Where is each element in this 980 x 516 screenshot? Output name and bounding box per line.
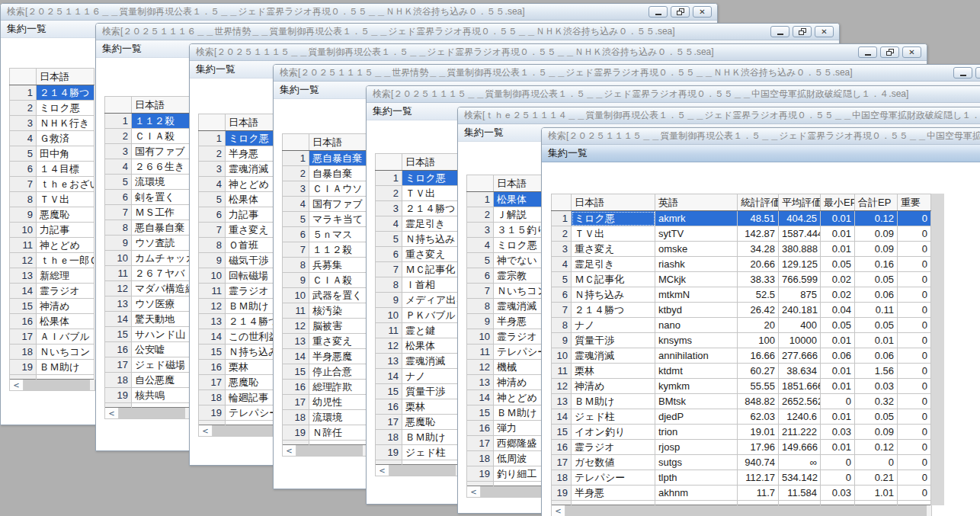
restore-button[interactable] bbox=[880, 46, 899, 58]
table-row[interactable]: 3３１５釣り bbox=[467, 223, 552, 238]
table-row[interactable]: 10回転磁場 bbox=[199, 268, 283, 284]
table-row[interactable]: 19テレパシー bbox=[199, 405, 283, 421]
table-row[interactable]: 18ＢＭ助け bbox=[376, 430, 460, 445]
scrollbar-thumb[interactable] bbox=[119, 408, 185, 418]
table-row[interactable]: 2Ｊ解説 bbox=[467, 207, 552, 223]
restore-button[interactable] bbox=[671, 6, 690, 18]
table-row[interactable]: 1松果体 bbox=[467, 192, 552, 207]
horizontal-scrollbar[interactable]: < bbox=[9, 380, 95, 391]
table-row[interactable]: 8ナノnano204000.050.050 bbox=[552, 318, 931, 333]
table-row[interactable]: 3霊魂消滅 bbox=[199, 162, 283, 177]
table-row[interactable]: 3ＣＩＡウソ bbox=[283, 181, 367, 197]
table-row[interactable]: 5Ｎ持ち込み bbox=[376, 232, 460, 247]
table-row[interactable]: 9ＣＩＡ殺 bbox=[283, 273, 367, 288]
table-row[interactable]: 17幼児性 bbox=[283, 395, 367, 410]
table-row[interactable]: 3重さ変えomske34.28380.8880.010.090 bbox=[552, 242, 931, 257]
table-row[interactable]: 18テレパシーtlpth112.17534.14200.210 bbox=[552, 470, 931, 486]
table-row[interactable]: 19Ｎ辞任 bbox=[283, 425, 367, 441]
close-button[interactable]: ✕ bbox=[693, 6, 712, 18]
table-row[interactable]: 6５ｎマス bbox=[283, 227, 367, 242]
minimize-button[interactable] bbox=[953, 67, 972, 79]
table-row[interactable]: 4霊足引き bbox=[376, 216, 460, 232]
table-row[interactable]: 8Ｉ首相 bbox=[376, 277, 460, 293]
table-row[interactable]: 11栗林ktdmt60.2738.6340.011.560 bbox=[552, 364, 931, 379]
table-row[interactable]: 17ガセ数値sutgs940.74∞000 bbox=[552, 455, 931, 470]
table-row[interactable]: 19核共鳴 bbox=[105, 388, 190, 403]
table-row[interactable]: 15ＢＭ助け bbox=[467, 405, 552, 421]
table-row[interactable]: 13ウソ医療 bbox=[105, 296, 190, 312]
table-row[interactable]: 11テレパシー bbox=[467, 345, 552, 360]
table-row[interactable]: 1ミロク悪akmrk48.51404.250.010.120 bbox=[552, 211, 931, 226]
table-row[interactable]: 9質量干渉knsyms100100000.010.010 bbox=[552, 333, 931, 348]
table-row[interactable]: 15停止合意 bbox=[283, 364, 367, 380]
table-row[interactable]: 13ＢＭ助けBMtsk848.822652.56200.320 bbox=[552, 394, 931, 409]
table-row[interactable]: 5松果体 bbox=[199, 192, 283, 207]
close-button[interactable]: ✕ bbox=[902, 46, 921, 58]
horizontal-scrollbar[interactable]: < bbox=[466, 486, 552, 498]
table-row[interactable]: 14ナノ bbox=[376, 369, 460, 384]
table-row[interactable]: 14この世利益 bbox=[199, 329, 283, 345]
table-row[interactable]: 8霊魂消滅 bbox=[467, 299, 552, 314]
table-row[interactable]: 16総理詐欺 bbox=[283, 380, 367, 395]
table-row[interactable]: 16栗林 bbox=[376, 399, 460, 415]
table-row[interactable]: 7１１２殺 bbox=[283, 242, 367, 258]
table-row[interactable]: 5田中角 bbox=[10, 146, 94, 162]
table-row[interactable]: 10力記事 bbox=[10, 223, 94, 238]
table-row[interactable]: 16霊ラジオrjosp17.96149.6660.010.120 bbox=[552, 440, 931, 455]
scrollbar-thumb[interactable] bbox=[481, 486, 547, 497]
table-row[interactable]: 9ウソ査読 bbox=[105, 236, 190, 251]
scroll-left-arrow-icon[interactable]: < bbox=[467, 486, 481, 497]
table-row[interactable]: 3ＮＨＫ行き bbox=[10, 116, 94, 131]
scroll-left-arrow-icon[interactable]: < bbox=[283, 445, 296, 456]
table-row[interactable]: 16公安嘘 bbox=[105, 342, 190, 357]
table-row[interactable]: 13２１４勝つ bbox=[199, 314, 283, 329]
table-row[interactable]: 7Ｎいちコン bbox=[467, 284, 552, 299]
window-titlebar[interactable]: 検索[２０２５１１１６＿＿世界情勢＿＿質量制御再現公表１．５＿＿ジェド霊界ラジオ… bbox=[96, 24, 839, 40]
table-row[interactable]: 5ＭＣ記事化MCkjk38.33766.5990.020.050 bbox=[552, 272, 931, 287]
table-row[interactable]: 9半身悪 bbox=[467, 314, 552, 329]
table-row[interactable]: 12機械 bbox=[467, 360, 552, 375]
scrollbar-thumb[interactable] bbox=[213, 425, 279, 436]
window-titlebar[interactable]: 検索[２０２５１１１５＿＿質量制御再現公表１．５＿＿ジェド霊界ラジオ再現０．５５… bbox=[542, 128, 980, 145]
table-row[interactable]: 19ジェド柱 bbox=[376, 445, 460, 460]
close-button[interactable]: ✕ bbox=[815, 26, 834, 37]
table-row[interactable]: 4神とどめ bbox=[199, 177, 283, 192]
horizontal-scrollbar[interactable]: < bbox=[198, 425, 284, 437]
minimize-button[interactable] bbox=[649, 6, 668, 18]
window-titlebar[interactable]: 検索[２０２５１１１５＿＿世界情勢＿＿質量制御再現公表１．５＿＿ジェド霊界ラジオ… bbox=[274, 65, 980, 82]
table-row[interactable]: 1悪自暴自棄 bbox=[283, 151, 367, 166]
table-row[interactable]: 2自暴自棄 bbox=[283, 166, 367, 181]
table-row[interactable]: 8悪自暴自棄 bbox=[105, 220, 190, 236]
scroll-left-arrow-icon[interactable]: < bbox=[10, 380, 24, 390]
table-row[interactable]: 5神でない bbox=[467, 253, 552, 268]
table-row[interactable]: 13霊魂消滅 bbox=[376, 354, 460, 369]
table-row[interactable]: 4国有ファブ bbox=[283, 197, 367, 212]
table-row[interactable]: 12神清めkymkm55.551851.6660.010.030 bbox=[552, 379, 931, 394]
table-row[interactable]: 16栗林 bbox=[199, 360, 283, 375]
table-row[interactable]: 16弾力 bbox=[467, 421, 552, 436]
table-row[interactable]: 17ＡＩバブル bbox=[10, 329, 94, 345]
table-row[interactable]: 1ミロク悪 bbox=[376, 171, 460, 186]
table-row[interactable]: 12ｔｈｅ一郎Ｏ bbox=[10, 253, 94, 268]
table-row[interactable]: 17悪魔恥 bbox=[199, 375, 283, 390]
table-row[interactable]: 14驚天動地 bbox=[105, 312, 190, 327]
scrollbar-thumb[interactable] bbox=[565, 505, 927, 516]
restore-button[interactable] bbox=[975, 67, 980, 79]
table-row[interactable]: 5流環境 bbox=[105, 175, 190, 190]
table-row[interactable]: 11核汚染 bbox=[283, 303, 367, 319]
table-row[interactable]: 14霊ラジオ bbox=[10, 284, 94, 299]
table-row[interactable]: 8ＴＶ出 bbox=[10, 192, 94, 207]
table-row[interactable]: 6１４目標 bbox=[10, 162, 94, 177]
table-row[interactable]: 12マダバ構造線 bbox=[105, 281, 190, 296]
table-row[interactable]: 10武器を置く bbox=[283, 288, 367, 303]
window-titlebar[interactable]: 検索[ｔｈｅ２５１１１４＿＿質量制御再現公表１．５＿＿ジェド霊界ラジオ再現０．５… bbox=[458, 107, 980, 124]
horizontal-scrollbar[interactable]: < bbox=[104, 408, 191, 419]
scrollbar-thumb[interactable] bbox=[24, 380, 90, 390]
table-row[interactable]: 18自公悪魔 bbox=[105, 373, 190, 388]
table-row[interactable]: 7ＭＣ記事化 bbox=[376, 262, 460, 277]
table-row[interactable]: 6剣を置く bbox=[105, 190, 190, 205]
table-row[interactable]: 17西郷隆盛 bbox=[467, 436, 552, 451]
table-row[interactable]: 2ＴＶ出sytTV142.871587.4440.010.090 bbox=[552, 226, 931, 242]
table-row[interactable]: 11神とどめ bbox=[10, 238, 94, 253]
scroll-left-arrow-icon[interactable]: < bbox=[552, 505, 565, 516]
